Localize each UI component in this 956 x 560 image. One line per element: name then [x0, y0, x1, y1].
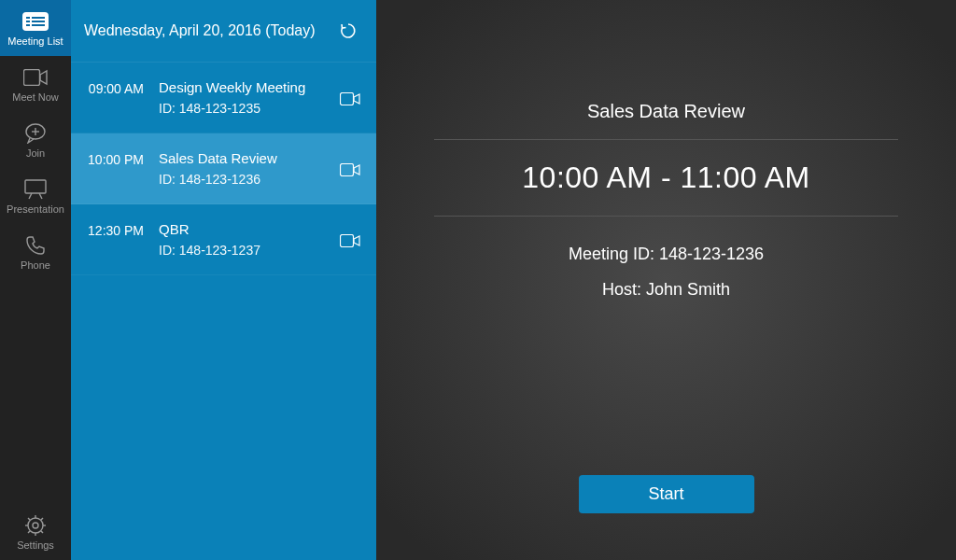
- svg-point-14: [28, 518, 43, 533]
- meeting-item[interactable]: 09:00 AM Design Weekly Meeting ID: 148-1…: [71, 63, 376, 133]
- detail-host: Host: John Smith: [434, 273, 898, 308]
- svg-rect-2: [32, 17, 45, 19]
- nav-item-phone[interactable]: Phone: [0, 224, 71, 280]
- nav-label: Join: [26, 147, 45, 159]
- svg-line-12: [29, 193, 32, 199]
- meeting-list-header: Wednesday, April 20, 2016 (Today): [71, 0, 376, 63]
- meeting-id: ID: 148-123-1236: [159, 172, 337, 187]
- nav-label: Phone: [21, 259, 50, 271]
- refresh-icon: [340, 22, 357, 39]
- nav-item-meet-now[interactable]: Meet Now: [0, 56, 71, 112]
- nav-item-presentation[interactable]: Presentation: [0, 168, 71, 224]
- svg-rect-5: [26, 24, 30, 26]
- meeting-id: ID: 148-123-1235: [159, 101, 337, 116]
- nav-item-meeting-list[interactable]: Meeting List: [0, 0, 71, 56]
- svg-rect-6: [32, 24, 45, 26]
- video-icon: [340, 163, 360, 176]
- svg-rect-3: [26, 21, 30, 22]
- detail-time-range: 10:00 AM - 11:00 AM: [434, 140, 898, 217]
- video-icon: [22, 67, 49, 88]
- video-join-button[interactable]: [337, 150, 363, 176]
- meeting-title: QBR: [159, 221, 337, 237]
- nav-item-join[interactable]: Join: [0, 112, 71, 168]
- start-button[interactable]: Start: [579, 475, 754, 513]
- nav-label: Settings: [17, 539, 54, 551]
- video-join-button[interactable]: [337, 221, 363, 247]
- nav-label: Presentation: [7, 203, 64, 215]
- svg-line-22: [41, 518, 43, 520]
- svg-line-21: [41, 531, 43, 533]
- nav-rail: Meeting List Meet Now Join: [0, 0, 71, 560]
- video-icon: [340, 234, 360, 247]
- meeting-list-panel: Wednesday, April 20, 2016 (Today) 09:00 …: [71, 0, 376, 560]
- svg-rect-26: [341, 235, 354, 247]
- nav-label: Meet Now: [12, 91, 59, 103]
- phone-icon: [22, 235, 49, 256]
- gear-icon: [22, 515, 49, 536]
- date-header: Wednesday, April 20, 2016 (Today): [84, 22, 337, 39]
- meeting-time: 12:30 PM: [84, 221, 159, 238]
- svg-line-23: [28, 531, 30, 533]
- meeting-time: 09:00 AM: [84, 79, 159, 96]
- video-icon: [340, 92, 360, 105]
- nav-label: Meeting List: [7, 35, 63, 47]
- svg-rect-25: [341, 164, 354, 176]
- list-icon: [22, 11, 49, 32]
- detail-title: Sales Data Review: [434, 101, 898, 140]
- meeting-item[interactable]: 12:30 PM QBR ID: 148-123-1237: [71, 204, 376, 275]
- presentation-icon: [22, 179, 49, 200]
- nav-item-settings[interactable]: Settings: [0, 504, 71, 560]
- svg-rect-7: [24, 70, 40, 86]
- meeting-id: ID: 148-123-1237: [159, 243, 337, 258]
- refresh-button[interactable]: [337, 20, 359, 42]
- meeting-title: Sales Data Review: [159, 150, 337, 166]
- svg-rect-1: [26, 17, 30, 19]
- svg-rect-11: [25, 180, 46, 193]
- join-icon: [22, 123, 49, 144]
- svg-point-15: [33, 523, 38, 528]
- meeting-time: 10:00 PM: [84, 150, 159, 167]
- svg-line-13: [39, 193, 42, 199]
- svg-rect-4: [32, 21, 45, 22]
- svg-line-20: [28, 518, 30, 520]
- meeting-item[interactable]: 10:00 PM Sales Data Review ID: 148-123-1…: [71, 133, 376, 204]
- detail-meeting-id: Meeting ID: 148-123-1236: [434, 237, 898, 273]
- meeting-title: Design Weekly Meeting: [159, 79, 337, 95]
- meeting-detail-pane: Sales Data Review 10:00 AM - 11:00 AM Me…: [376, 0, 956, 560]
- video-join-button[interactable]: [337, 79, 363, 105]
- svg-rect-24: [341, 93, 354, 105]
